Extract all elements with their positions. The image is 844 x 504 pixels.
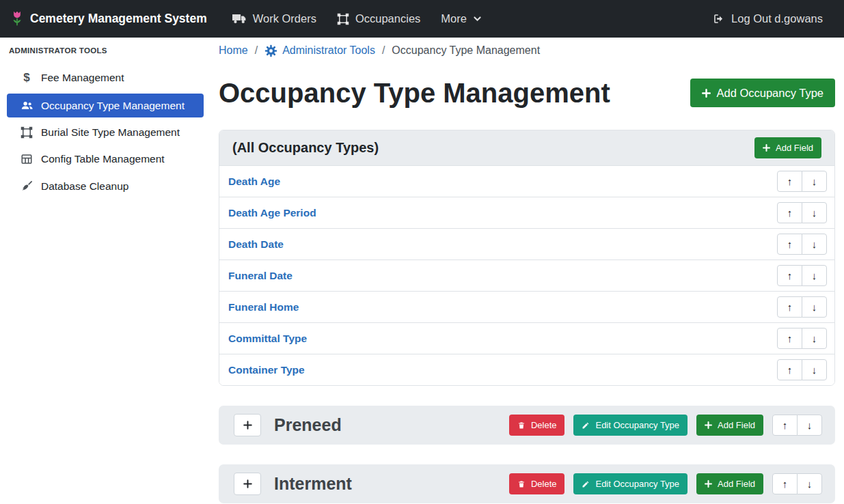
edit-occupancy-type-button[interactable]: Edit Occupancy Type <box>573 473 688 494</box>
add-field-button[interactable]: Add Field <box>696 473 763 494</box>
arrow-up-icon: ↑ <box>787 238 793 250</box>
logout-link[interactable]: Log Out d.gowans <box>702 7 833 31</box>
chevron-down-icon <box>473 14 482 23</box>
arrow-up-icon: ↑ <box>787 301 793 313</box>
users-icon <box>20 99 33 112</box>
page-layout: ADMINISTRATOR TOOLS $ Fee Management Occ… <box>0 38 844 504</box>
card-title: (All Occupancy Types) <box>232 140 379 156</box>
main-content: Home / Administrat <box>210 38 844 504</box>
move-up-button[interactable]: ↑ <box>777 202 802 223</box>
nav-item-label: Occupancies <box>355 12 420 25</box>
move-up-button[interactable]: ↑ <box>772 415 798 436</box>
move-up-button[interactable]: ↑ <box>777 296 802 318</box>
sidebar-list: $ Fee Management Occupancy Type Manageme… <box>0 66 210 198</box>
app-brand[interactable]: Cemetery Management System <box>11 10 207 27</box>
delete-label: Delete <box>531 479 557 489</box>
sidebar-item-burial-site-type-management[interactable]: Burial Site Type Management <box>7 121 204 144</box>
field-link[interactable]: Death Age <box>228 176 280 188</box>
field-link[interactable]: Funeral Home <box>228 301 299 313</box>
reorder-button-group: ↑ ↓ <box>777 202 827 223</box>
field-link[interactable]: Committal Type <box>228 333 307 345</box>
sidebar-heading: ADMINISTRATOR TOOLS <box>0 46 210 55</box>
table-icon <box>20 153 33 165</box>
move-down-button[interactable]: ↓ <box>797 473 822 494</box>
sidebar-item-database-cleanup[interactable]: Database Cleanup <box>7 174 204 198</box>
field-row: Committal Type ↑ ↓ <box>219 322 834 354</box>
arrow-up-icon: ↑ <box>787 364 793 376</box>
move-down-button[interactable]: ↓ <box>802 328 827 349</box>
field-row: Death Age ↑ ↓ <box>219 165 834 197</box>
nav-item-work-orders[interactable]: Work Orders <box>222 7 327 31</box>
field-link[interactable]: Death Date <box>228 238 284 251</box>
field-link[interactable]: Container Type <box>228 364 305 376</box>
sidebar-item-label: Fee Management <box>41 72 124 84</box>
reorder-button-group: ↑ ↓ <box>777 265 827 286</box>
section-interment: Interment Delete Edit Occupancy Type Add… <box>219 464 835 503</box>
breadcrumb: Home / Administrat <box>219 42 835 59</box>
sidebar-item-fee-management[interactable]: $ Fee Management <box>7 66 204 90</box>
delete-button[interactable]: Delete <box>509 415 565 436</box>
nav-item-occupancies[interactable]: Occupancies <box>327 7 431 31</box>
breadcrumb-admin-tools-link[interactable]: Administrator Tools <box>264 44 375 57</box>
move-up-button[interactable]: ↑ <box>777 359 802 380</box>
edit-occupancy-type-button[interactable]: Edit Occupancy Type <box>573 415 688 436</box>
add-field-button[interactable]: Add Field <box>754 137 821 158</box>
field-row: Funeral Date ↑ ↓ <box>219 260 834 291</box>
move-down-button[interactable]: ↓ <box>802 265 827 286</box>
reorder-button-group: ↑ ↓ <box>777 359 827 380</box>
field-row: Death Age Period ↑ ↓ <box>219 197 834 228</box>
section-title: Preneed <box>274 415 342 435</box>
sidebar-item-label: Burial Site Type Management <box>41 126 180 139</box>
page-title: Occupancy Type Management <box>219 76 610 109</box>
reorder-button-group: ↑ ↓ <box>772 415 822 436</box>
delete-label: Delete <box>531 420 557 430</box>
move-up-button[interactable]: ↑ <box>777 234 802 255</box>
move-up-button[interactable]: ↑ <box>772 473 798 494</box>
reorder-button-group: ↑ ↓ <box>777 328 827 349</box>
logout-label: Log Out d.gowans <box>731 12 823 25</box>
delete-button[interactable]: Delete <box>509 473 565 494</box>
arrow-down-icon: ↓ <box>812 364 817 376</box>
breadcrumb-separator: / <box>255 44 258 57</box>
arrow-down-icon: ↓ <box>807 419 813 431</box>
move-up-button[interactable]: ↑ <box>777 328 802 349</box>
broom-icon <box>20 180 33 193</box>
reorder-button-group: ↑ ↓ <box>777 296 827 318</box>
plus-icon <box>705 421 712 429</box>
move-down-button[interactable]: ↓ <box>802 171 827 192</box>
sidebar-item-config-table-management[interactable]: Config Table Management <box>7 148 204 171</box>
arrow-up-icon: ↑ <box>782 419 788 431</box>
arrow-down-icon: ↓ <box>812 207 817 219</box>
move-down-button[interactable]: ↓ <box>802 202 827 223</box>
arrow-down-icon: ↓ <box>812 270 817 281</box>
expand-button[interactable] <box>234 414 261 436</box>
all-types-card-header: (All Occupancy Types) Add Field <box>219 130 834 165</box>
reorder-button-group: ↑ ↓ <box>777 234 827 255</box>
add-occupancy-type-button[interactable]: Add Occupancy Type <box>690 79 835 107</box>
add-field-label: Add Field <box>718 479 755 489</box>
move-down-button[interactable]: ↓ <box>797 415 822 436</box>
move-down-button[interactable]: ↓ <box>802 359 827 380</box>
nav-item-more[interactable]: More <box>431 7 492 31</box>
reorder-button-group: ↑ ↓ <box>777 171 827 192</box>
breadcrumb-home-link[interactable]: Home <box>219 44 248 57</box>
field-link[interactable]: Death Age Period <box>228 207 316 219</box>
move-up-button[interactable]: ↑ <box>777 265 802 286</box>
arrow-down-icon: ↓ <box>812 333 817 344</box>
move-up-button[interactable]: ↑ <box>777 171 802 192</box>
arrow-up-icon: ↑ <box>787 270 793 281</box>
pencil-icon <box>582 421 590 430</box>
plus-icon <box>243 479 252 488</box>
sidebar-item-occupancy-type-management[interactable]: Occupancy Type Management <box>7 94 204 117</box>
breadcrumb-current: Occupancy Type Management <box>392 44 540 57</box>
plus-icon <box>702 89 711 98</box>
arrow-down-icon: ↓ <box>807 478 813 490</box>
arrow-up-icon: ↑ <box>787 207 793 219</box>
dollar-icon: $ <box>20 71 33 85</box>
move-down-button[interactable]: ↓ <box>802 234 827 255</box>
add-field-button[interactable]: Add Field <box>696 415 763 436</box>
field-link[interactable]: Funeral Date <box>228 270 292 282</box>
pencil-icon <box>582 480 590 488</box>
expand-button[interactable] <box>234 473 261 495</box>
move-down-button[interactable]: ↓ <box>802 296 827 318</box>
